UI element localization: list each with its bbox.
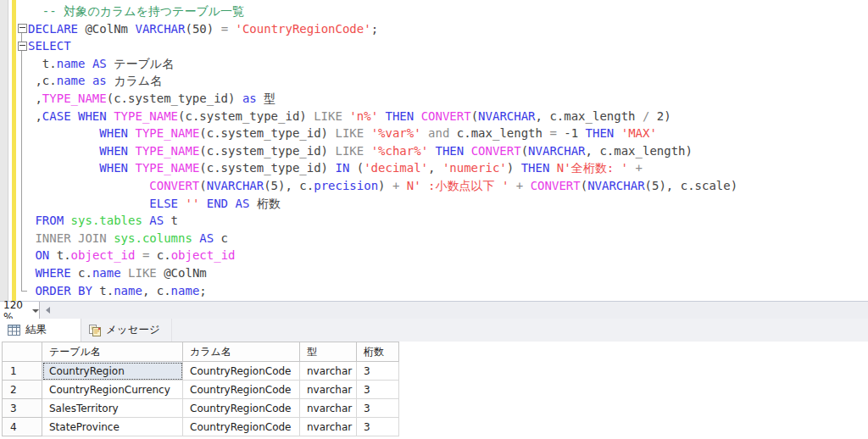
grid-cell[interactable]: CountryRegionCode xyxy=(183,362,300,381)
grid-cell[interactable]: CountryRegionCode xyxy=(183,381,300,399)
results-grid: テーブル名カラム名型桁数 1CountryRegionCountryRegion… xyxy=(2,342,399,436)
code-line[interactable]: t.name AS テーブル名 xyxy=(28,55,868,73)
grid-column-header[interactable]: 桁数 xyxy=(357,342,399,362)
code-line[interactable]: ,c.name as カラム名 xyxy=(28,72,868,90)
code-line[interactable]: WHERE c.name LIKE @ColNm xyxy=(28,264,868,282)
code-line[interactable]: WHEN TYPE_NAME(c.system_type_id) LIKE '%… xyxy=(28,125,868,142)
grid-cell[interactable]: 3 xyxy=(357,399,399,418)
grid-cell[interactable]: nvarchar xyxy=(300,399,357,418)
code-lines[interactable]: -- 対象のカラムを持つテーブル一覧DECLARE @ColNm VARCHAR… xyxy=(28,0,868,301)
grid-cell[interactable]: CountryRegionCode xyxy=(183,399,300,418)
grid-cell[interactable]: nvarchar xyxy=(300,418,357,436)
collapse-minus-icon[interactable] xyxy=(18,42,27,51)
messages-icon xyxy=(89,325,101,336)
tab-messages[interactable]: メッセージ xyxy=(81,319,172,342)
code-line[interactable]: DECLARE @ColNm VARCHAR(50) = 'CountryReg… xyxy=(28,20,868,38)
editor-bottom-bar: 120 % xyxy=(0,301,868,320)
table-row: 4StateProvinceCountryRegionCodenvarchar3 xyxy=(3,418,399,436)
tab-results-label: 結果 xyxy=(25,323,47,337)
code-line[interactable]: ORDER BY t.name, c.name; xyxy=(28,282,868,300)
table-row: 1CountryRegionCountryRegionCodenvarchar3 xyxy=(3,362,399,381)
outline-line xyxy=(21,51,22,291)
collapse-minus-icon[interactable] xyxy=(18,24,27,33)
table-row: 3SalesTerritoryCountryRegionCodenvarchar… xyxy=(3,399,399,418)
grid-row-number[interactable]: 2 xyxy=(3,381,42,399)
results-grid-icon xyxy=(8,325,20,336)
outline-margin xyxy=(0,0,28,301)
grid-column-header[interactable]: 型 xyxy=(300,342,357,362)
code-line[interactable]: SELECT xyxy=(28,37,868,55)
code-line[interactable]: ,CASE WHEN TYPE_NAME(c.system_type_id) L… xyxy=(28,108,868,125)
code-line[interactable]: INNER JOIN sys.columns AS c xyxy=(28,230,868,247)
grid-cell[interactable]: StateProvince xyxy=(42,418,183,436)
grid-row-number[interactable]: 1 xyxy=(3,362,42,381)
code-line[interactable]: CONVERT(NVARCHAR(5), c.precision) + N' :… xyxy=(28,177,868,195)
sql-editor[interactable]: -- 対象のカラムを持つテーブル一覧DECLARE @ColNm VARCHAR… xyxy=(0,0,868,301)
chevron-down-icon xyxy=(32,309,39,313)
grid-column-header[interactable]: カラム名 xyxy=(183,342,300,362)
outline-line-end xyxy=(21,291,27,292)
code-line[interactable]: ON t.object_id = c.object_id xyxy=(28,247,868,264)
tab-results[interactable]: 結果 xyxy=(0,319,81,342)
code-line[interactable]: ELSE '' END AS 桁数 xyxy=(28,195,868,213)
scroll-left-icon[interactable] xyxy=(46,307,50,314)
grid-row-number[interactable]: 3 xyxy=(3,399,42,418)
grid-cell[interactable]: CountryRegionCurrency xyxy=(42,381,183,399)
grid-cell[interactable]: 3 xyxy=(357,381,399,399)
grid-corner-cell[interactable] xyxy=(3,342,42,362)
ssms-query-window: -- 対象のカラムを持つテーブル一覧DECLARE @ColNm VARCHAR… xyxy=(0,0,868,439)
results-pane: テーブル名カラム名型桁数 1CountryRegionCountryRegion… xyxy=(0,342,868,439)
grid-row-number[interactable]: 4 xyxy=(3,418,42,436)
grid-cell[interactable]: CountryRegion xyxy=(42,362,183,381)
grid-cell[interactable]: CountryRegionCode xyxy=(183,418,300,436)
results-tab-strip: 結果 メッセージ xyxy=(0,319,868,342)
grid-cell[interactable]: 3 xyxy=(357,418,399,436)
grid-cell[interactable]: 3 xyxy=(357,362,399,381)
grid-cell[interactable]: nvarchar xyxy=(300,381,357,399)
grid-column-header[interactable]: テーブル名 xyxy=(42,342,183,362)
grid-cell[interactable]: nvarchar xyxy=(300,362,357,381)
zoom-level-select[interactable]: 120 % xyxy=(0,302,40,320)
code-line[interactable]: WHEN TYPE_NAME(c.system_type_id) LIKE '%… xyxy=(28,142,868,160)
grid-cell[interactable]: SalesTerritory xyxy=(42,399,183,418)
code-line[interactable]: WHEN TYPE_NAME(c.system_type_id) IN ('de… xyxy=(28,159,868,177)
code-line[interactable]: -- 対象のカラムを持つテーブル一覧 xyxy=(28,3,868,20)
code-line[interactable]: ,TYPE_NAME(c.system_type_id) as 型 xyxy=(28,90,868,108)
horizontal-scrollbar[interactable] xyxy=(40,302,868,320)
outline-line xyxy=(21,33,22,42)
code-line[interactable]: FROM sys.tables AS t xyxy=(28,212,868,230)
table-row: 2CountryRegionCurrencyCountryRegionCoden… xyxy=(3,381,399,399)
grid-header-row: テーブル名カラム名型桁数 xyxy=(3,342,399,362)
tab-messages-label: メッセージ xyxy=(106,323,160,337)
